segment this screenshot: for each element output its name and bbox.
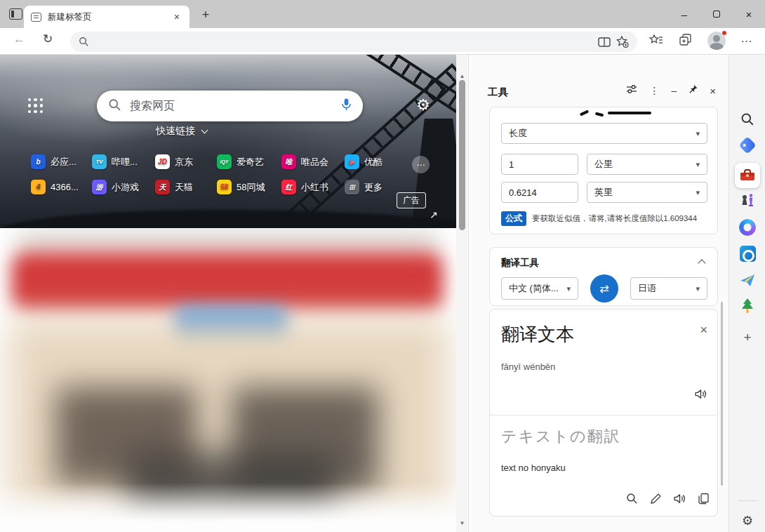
quick-link-more[interactable]: ⊞更多 [345, 180, 397, 194]
quick-link-icon: ▶ [345, 154, 359, 169]
chess-pieces-icon [740, 192, 755, 208]
browser-titlebar: 新建标签页 × + – × [0, 0, 765, 28]
newtab-search-input[interactable] [130, 100, 333, 112]
scrollbar-thumb[interactable] [459, 80, 465, 230]
favorites-hub-button[interactable] [649, 34, 663, 48]
apps-launcher-icon[interactable] [27, 97, 44, 114]
translator-section-title: 翻译工具 [501, 257, 539, 270]
tab-close-icon[interactable]: × [171, 11, 182, 23]
quick-links-header[interactable]: 快速链接 [0, 125, 363, 138]
quick-link-bilibili[interactable]: TV哔哩... [92, 154, 155, 169]
address-bar[interactable] [70, 32, 637, 52]
quick-link-icon: 58 [217, 180, 232, 194]
sidebar-games-button[interactable] [729, 192, 765, 208]
profile-notification-dot [721, 30, 727, 36]
plus-icon: + [743, 330, 751, 345]
blurred-red-banner [11, 252, 444, 311]
window-minimize-button[interactable]: – [668, 0, 700, 28]
clear-text-icon[interactable]: × [700, 324, 707, 336]
tab-title: 新建标签页 [48, 11, 165, 23]
newtab-background: ⚙ 快速链接 b必应... TV哔哩... JD京东 iQY爱奇艺 唯唯品会 ▶… [0, 55, 472, 228]
swirl-icon [739, 219, 756, 236]
more-grid-icon: ⊞ [345, 180, 359, 194]
ad-badge: 广告 [397, 192, 426, 208]
address-input[interactable] [95, 36, 592, 47]
chevron-down-icon [201, 127, 208, 134]
sidebar-shopping-button[interactable] [729, 139, 765, 152]
panel-header-icons: ⋮ – × [626, 84, 716, 97]
panel-scrollbar-thumb[interactable] [721, 302, 723, 486]
quick-link-icon: JD [155, 154, 170, 169]
page-scrollbar[interactable]: ▲ ▼ [456, 55, 468, 532]
scroll-down-arrow[interactable]: ▼ [456, 520, 468, 526]
split-screen-icon[interactable] [598, 36, 611, 48]
tree-icon [740, 298, 754, 314]
sidebar-add-button[interactable]: + [729, 330, 765, 345]
translation-input-text[interactable]: 翻译文本 [501, 322, 574, 347]
formula-badge: 公式 [501, 211, 526, 226]
window-maximize-button[interactable] [700, 0, 733, 28]
chevron-down-icon: ▾ [696, 284, 700, 293]
sidebar-settings-gear-icon[interactable]: ⚙ [729, 513, 765, 528]
tab-favicon-icon [31, 13, 41, 22]
sidebar-outlook-button[interactable] [729, 246, 765, 262]
sidebar-m365-button[interactable] [729, 219, 765, 236]
microphone-icon[interactable] [341, 98, 352, 114]
quick-link-biying[interactable]: b必应... [31, 154, 92, 169]
scroll-up-arrow[interactable]: ▲ [456, 73, 468, 79]
panel-pin-icon[interactable] [688, 84, 698, 97]
search-icon [108, 98, 121, 114]
search-icon[interactable] [626, 493, 638, 507]
panel-more-icon[interactable]: ⋮ [649, 86, 659, 95]
expand-arrow-icon: ↗ [430, 209, 438, 220]
quick-link-tmall[interactable]: 天天猫 [155, 180, 217, 194]
speaker-icon[interactable] [694, 388, 707, 403]
target-language-dropdown[interactable]: 日语 ▾ [630, 277, 707, 300]
sidebar-search-button[interactable] [729, 112, 765, 126]
browser-menu-button[interactable]: … [740, 32, 752, 44]
quick-link-icon: 红 [281, 180, 296, 194]
workspaces-button[interactable] [9, 8, 23, 20]
collections-button[interactable] [679, 34, 691, 48]
back-button[interactable]: ← [13, 33, 25, 45]
window-close-button[interactable]: × [733, 0, 765, 28]
divider [738, 500, 757, 501]
convert-from-input[interactable]: 1 [501, 154, 578, 175]
quick-link-xiaohongshu[interactable]: 红小红书 [281, 180, 345, 194]
browser-tab-active[interactable]: 新建标签页 × [24, 6, 189, 28]
convert-from-unit-dropdown[interactable]: 公里 ▾ [587, 154, 707, 175]
convert-to-unit-dropdown[interactable]: 英里 ▾ [587, 182, 707, 203]
speaker-icon[interactable] [673, 493, 686, 507]
add-favorite-star-icon[interactable] [616, 36, 629, 48]
quick-link-jd[interactable]: JD京东 [155, 154, 217, 169]
edit-pencil-icon[interactable] [650, 493, 661, 507]
sidebar-drop-button[interactable] [729, 272, 765, 288]
convert-to-input[interactable]: 0.6214 [501, 182, 578, 203]
translation-io-card: 翻译文本 × fānyì wénběn テキストの翻訳 text no hony… [489, 309, 718, 517]
quick-link-youku[interactable]: ▶优酷 [345, 154, 397, 169]
quick-link-xiaoyouxi[interactable]: 游小游戏 [92, 180, 155, 194]
quick-link-iqiyi[interactable]: iQY爱奇艺 [217, 154, 281, 169]
panel-minimize-icon[interactable]: – [671, 86, 677, 95]
swap-languages-button[interactable]: ⇄ [590, 274, 618, 302]
newtab-search-box[interactable] [97, 91, 363, 121]
quick-link-4366[interactable]: 44366... [31, 180, 92, 194]
quick-link-icon: iQY [217, 154, 232, 169]
refresh-button[interactable]: ↻ [43, 33, 53, 45]
copy-icon[interactable] [698, 493, 709, 507]
panel-options-sliders-icon[interactable] [626, 84, 637, 97]
source-language-dropdown[interactable]: 中文 (简体... ▾ [501, 277, 578, 300]
sidebar-tools-button-active[interactable] [729, 163, 765, 188]
quick-link-58[interactable]: 5858同城 [217, 180, 281, 194]
sidebar-tree-app-button[interactable] [729, 298, 765, 314]
page-settings-gear-icon[interactable]: ⚙ [416, 96, 430, 114]
quick-link-icon: 4 [31, 180, 46, 194]
chevron-down-icon: ▾ [696, 188, 700, 197]
panel-close-icon[interactable]: × [710, 86, 716, 96]
new-tab-button[interactable]: + [197, 6, 214, 23]
quick-link-vip[interactable]: 唯唯品会 [281, 154, 345, 169]
unit-category-dropdown[interactable]: 长度 ▾ [501, 123, 707, 144]
shopping-tag-icon [738, 136, 756, 154]
quick-links-more-button[interactable]: ⋯ [412, 156, 430, 173]
collapse-chevron-up-icon[interactable] [698, 259, 705, 267]
